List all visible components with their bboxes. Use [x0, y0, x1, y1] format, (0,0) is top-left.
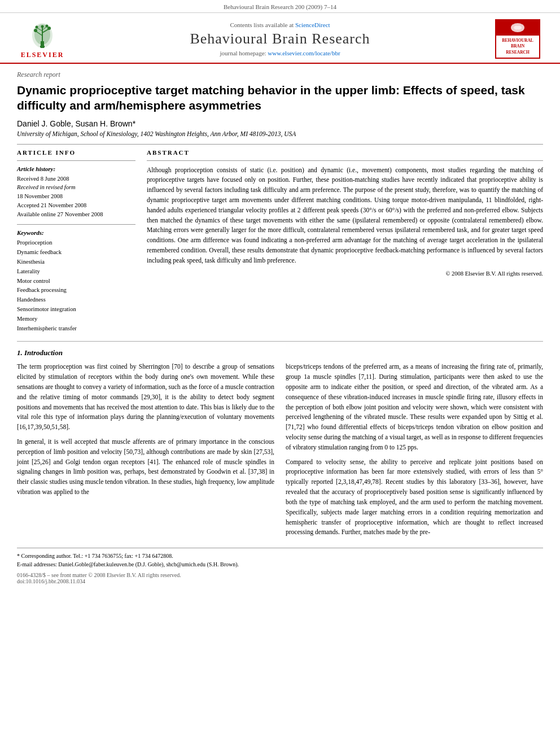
affiliation: University of Michigan, School of Kinesi…	[17, 130, 543, 137]
journal-header: ELSEVIER Contents lists available at Sci…	[0, 13, 560, 64]
citation-text: Behavioural Brain Research 200 (2009) 7–…	[224, 3, 336, 10]
header-divider	[17, 144, 543, 145]
kw-8: Sensorimotor integration	[17, 305, 135, 314]
svg-point-12	[41, 25, 44, 28]
bbr-box: BEHAVIOURAL BRAIN RESEARCH	[495, 19, 540, 59]
svg-point-11	[46, 25, 49, 28]
svg-point-8	[34, 29, 37, 32]
elsevier-logo: ELSEVIER	[17, 19, 68, 59]
section-title-text: Introduction	[24, 348, 63, 357]
abstract-header: ABSTRACT	[147, 149, 543, 156]
body-divider	[17, 341, 543, 342]
intro-para-3: biceps/triceps tendons of the preferred …	[286, 362, 543, 452]
received-date: Received 8 June 2008	[17, 174, 135, 184]
article-title: Dynamic proprioceptive target matching b…	[17, 82, 543, 113]
brain-icon	[509, 21, 526, 34]
svg-point-10	[36, 26, 38, 29]
bbr-line1: BEHAVIOURAL	[502, 38, 533, 44]
section-number: 1.	[17, 348, 23, 357]
bbr-line2: BRAIN	[502, 43, 533, 50]
article-history-label: Article history:	[17, 165, 135, 172]
info-divider	[17, 160, 135, 161]
kw-1: Proprioception	[17, 238, 135, 248]
svg-rect-13	[40, 46, 45, 47]
abstract-col: ABSTRACT Although proprioception consist…	[147, 149, 543, 334]
issn-text: 0166-4328/$ – see front matter © 2008 El…	[17, 572, 543, 578]
corresponding-author-note: * Corresponding author. Tel.: +1 734 763…	[17, 553, 173, 559]
copyright: © 2008 Elsevier B.V. All rights reserved…	[147, 270, 543, 277]
author-names: Daniel J. Goble, Susan H. Brown*	[17, 119, 135, 128]
abstract-text: Although proprioception consists of stat…	[147, 165, 543, 266]
bbr-line3: RESEARCH	[502, 50, 533, 56]
article-info-header: ARTICLE INFO	[17, 149, 135, 156]
footnote-area: * Corresponding author. Tel.: +1 734 763…	[17, 548, 543, 584]
kw-4: Laterality	[17, 267, 135, 277]
bbr-logo: BEHAVIOURAL BRAIN RESEARCH	[492, 19, 543, 59]
abstract-divider	[147, 160, 543, 161]
intro-para-1: The term proprioception was first coined…	[17, 362, 274, 433]
kw-6: Feedback processing	[17, 286, 135, 295]
keywords-section: Keywords: Proprioception Dynamic feedbac…	[17, 224, 135, 333]
email-note: E-mail addresses: Daniel.Goble@faber.kul…	[17, 561, 239, 567]
body-left-col: The term proprioception was first coined…	[17, 362, 274, 542]
authors: Daniel J. Goble, Susan H. Brown*	[17, 119, 543, 128]
keywords-label: Keywords:	[17, 229, 135, 236]
article-category: Research report	[17, 71, 543, 79]
contents-line: Contents lists available at ScienceDirec…	[68, 21, 492, 28]
header-center: Contents lists available at ScienceDirec…	[68, 21, 492, 56]
kw-7: Handedness	[17, 295, 135, 305]
elsevier-tree-icon	[25, 19, 59, 50]
keywords-divider	[17, 224, 135, 225]
kw-10: Interhemispheric transfer	[17, 324, 135, 334]
journal-title: Behavioural Brain Research	[68, 30, 492, 47]
intro-para-4: Compared to velocity sense, the ability …	[286, 457, 543, 538]
journal-url[interactable]: www.elsevier.com/locate/bbr	[268, 50, 340, 56]
received-revised-date: 18 November 2008	[17, 192, 135, 201]
article-info-col: ARTICLE INFO Article history: Received 8…	[17, 149, 135, 334]
intro-para-2: In general, it is well accepted that mus…	[17, 437, 274, 497]
journal-citation: Behavioural Brain Research 200 (2009) 7–…	[0, 0, 560, 13]
kw-3: Kinesthesia	[17, 257, 135, 267]
kw-5: Motor control	[17, 277, 135, 286]
issn-doi: 0166-4328/$ – see front matter © 2008 El…	[17, 572, 543, 584]
journal-homepage: journal homepage: www.elsevier.com/locat…	[68, 50, 492, 56]
body-right-col: biceps/triceps tendons of the preferred …	[286, 362, 543, 542]
svg-point-9	[47, 27, 51, 30]
kw-2: Dynamic feedback	[17, 248, 135, 257]
section-1-title: 1. Introduction	[17, 348, 543, 357]
footnote-corresponding: * Corresponding author. Tel.: +1 734 763…	[17, 552, 543, 560]
elsevier-text: ELSEVIER	[21, 51, 64, 59]
available-online-date: Available online 27 November 2008	[17, 210, 135, 219]
received-revised-label: Received in revised form	[17, 183, 135, 192]
sciencedirect-link[interactable]: ScienceDirect	[295, 21, 330, 28]
footnote-email: E-mail addresses: Daniel.Goble@faber.kul…	[17, 560, 543, 569]
info-abstract-section: ARTICLE INFO Article history: Received 8…	[17, 149, 543, 334]
bbr-icon	[496, 20, 539, 36]
main-content: Research report Dynamic proprioceptive t…	[0, 64, 560, 590]
accepted-date: Accepted 21 November 2008	[17, 201, 135, 210]
doi-text: doi:10.1016/j.bbr.2008.11.034	[17, 578, 543, 584]
body-text-area: The term proprioception was first coined…	[17, 362, 543, 542]
kw-9: Memory	[17, 314, 135, 324]
